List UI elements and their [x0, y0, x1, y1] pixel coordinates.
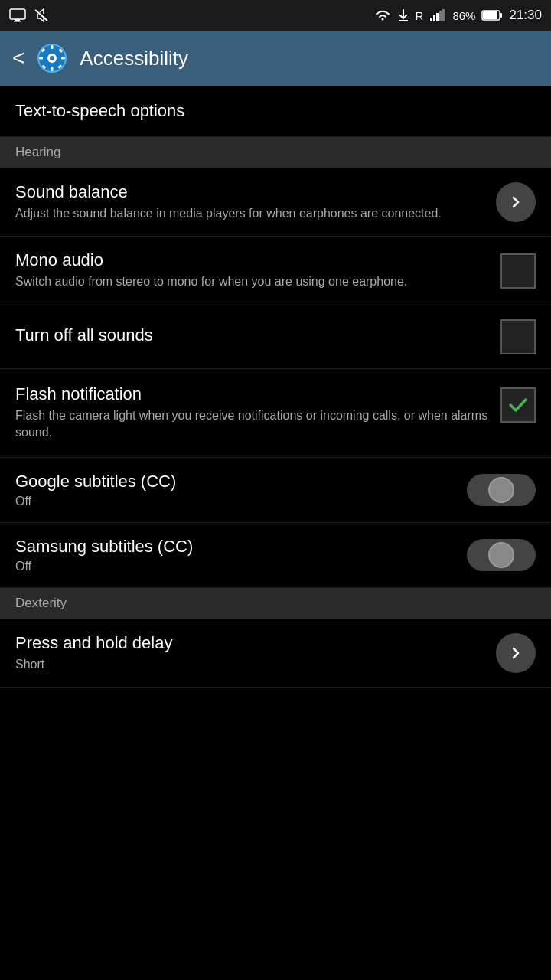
battery-pct: 86%	[452, 9, 475, 22]
google-subtitles-content: Google subtitles (CC) Off	[15, 472, 467, 508]
flash-notification-content: Flash notification Flash the camera ligh…	[15, 384, 500, 442]
flash-notification-checkbox[interactable]	[500, 387, 536, 423]
flash-notification-row[interactable]: Flash notification Flash the camera ligh…	[0, 369, 551, 458]
svg-rect-0	[10, 9, 25, 19]
svg-rect-11	[500, 13, 502, 18]
carrier-label: R	[416, 9, 424, 22]
svg-rect-16	[51, 45, 54, 49]
samsung-subtitles-status: Off	[15, 560, 455, 573]
samsung-subtitles-content: Samsung subtitles (CC) Off	[15, 537, 467, 573]
turn-off-sounds-title: Turn off all sounds	[15, 325, 488, 345]
tts-options-label: Text-to-speech options	[15, 101, 184, 121]
turn-off-sounds-checkbox[interactable]	[500, 319, 536, 354]
section-header-hearing: Hearing	[0, 137, 551, 168]
page-title: Accessibility	[80, 47, 188, 70]
press-hold-delay-chevron[interactable]	[496, 633, 536, 673]
svg-rect-5	[430, 18, 432, 21]
google-subtitles-row[interactable]: Google subtitles (CC) Off	[0, 458, 551, 523]
samsung-subtitles-toggle[interactable]	[467, 539, 536, 571]
status-bar: R 86% 21:30	[0, 0, 551, 31]
samsung-subtitles-row[interactable]: Samsung subtitles (CC) Off	[0, 523, 551, 588]
turn-off-sounds-content: Turn off all sounds	[15, 325, 500, 348]
press-hold-delay-desc: Short	[15, 656, 484, 673]
mono-audio-row[interactable]: Mono audio Switch audio from stereo to m…	[0, 237, 551, 305]
sound-balance-content: Sound balance Adjust the sound balance i…	[15, 182, 496, 222]
sound-balance-desc: Adjust the sound balance in media player…	[15, 205, 484, 222]
flash-notification-desc: Flash the camera light when you receive …	[15, 407, 488, 442]
svg-rect-19	[61, 57, 65, 60]
sound-balance-chevron[interactable]	[496, 182, 536, 222]
battery-icon	[481, 9, 503, 21]
svg-rect-2	[14, 21, 21, 22]
svg-rect-12	[483, 11, 497, 19]
back-button[interactable]: <	[12, 46, 24, 70]
google-subtitles-toggle[interactable]	[467, 474, 536, 506]
download-icon	[397, 8, 409, 22]
press-hold-delay-content: Press and hold delay Short	[15, 633, 496, 673]
signal-icon	[429, 8, 446, 22]
screen-icon	[9, 8, 26, 22]
sound-balance-row[interactable]: Sound balance Adjust the sound balance i…	[0, 168, 551, 237]
svg-rect-1	[15, 19, 20, 21]
google-subtitles-status: Off	[15, 495, 455, 508]
section-header-dexterity: Dexterity	[0, 588, 551, 619]
press-hold-delay-row[interactable]: Press and hold delay Short	[0, 619, 551, 688]
settings-gear-icon	[37, 43, 67, 74]
svg-point-15	[50, 56, 54, 60]
mute-icon	[34, 8, 49, 22]
mono-audio-content: Mono audio Switch audio from stereo to m…	[15, 250, 500, 290]
mono-audio-checkbox[interactable]	[500, 253, 536, 289]
status-right-icons: R 86% 21:30	[374, 8, 542, 23]
press-hold-delay-title: Press and hold delay	[15, 633, 484, 653]
mono-audio-title: Mono audio	[15, 250, 488, 270]
status-left-icons	[9, 8, 49, 22]
svg-rect-8	[439, 11, 442, 21]
flash-notification-title: Flash notification	[15, 384, 488, 404]
google-subtitles-title: Google subtitles (CC)	[15, 472, 455, 492]
svg-rect-6	[433, 15, 435, 21]
samsung-subtitles-toggle-knob	[488, 542, 514, 568]
tts-options-row[interactable]: Text-to-speech options	[0, 86, 551, 137]
mono-audio-desc: Switch audio from stereo to mono for whe…	[15, 273, 488, 290]
sound-balance-title: Sound balance	[15, 182, 484, 202]
time-display: 21:30	[509, 8, 542, 23]
svg-rect-9	[442, 9, 445, 21]
app-bar: < Accessibility	[0, 31, 551, 86]
svg-rect-18	[39, 57, 43, 60]
svg-rect-7	[436, 13, 439, 21]
turn-off-sounds-row[interactable]: Turn off all sounds	[0, 305, 551, 369]
svg-rect-17	[51, 67, 54, 71]
wifi-icon	[374, 8, 391, 22]
google-subtitles-toggle-knob	[488, 477, 514, 503]
samsung-subtitles-title: Samsung subtitles (CC)	[15, 537, 455, 557]
